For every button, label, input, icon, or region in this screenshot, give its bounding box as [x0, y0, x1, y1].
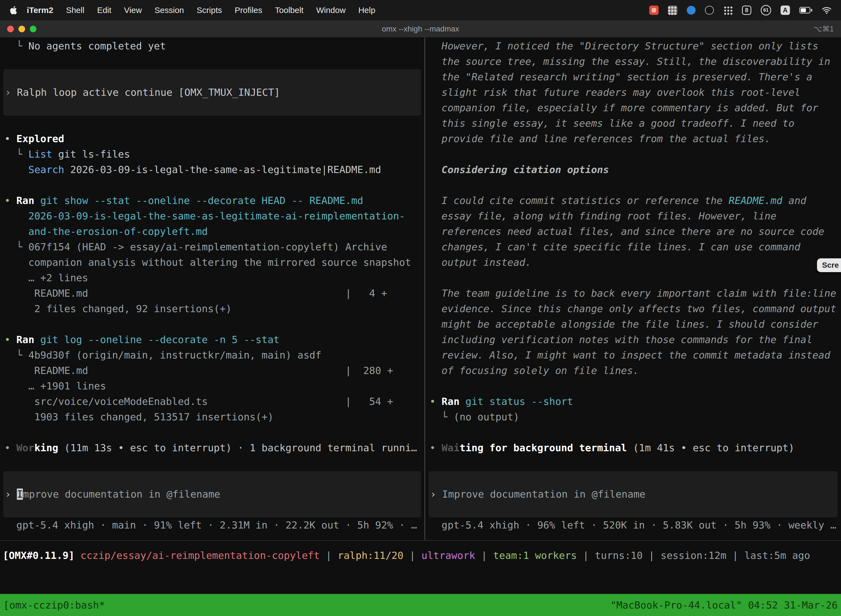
dark-app-icon[interactable] [705, 6, 714, 15]
input-source-icon[interactable]: A [781, 6, 790, 15]
terminal-line: companion file, especially if more comme… [425, 100, 841, 116]
waiting-status: • Waiting for background terminal (1m 41… [425, 440, 841, 456]
prompt-input[interactable]: › Improve documentation in @filename [428, 471, 838, 518]
terminal-line: └ 4b9d30f (origin/main, instructkr/main,… [0, 348, 424, 363]
omx-team: team:1 workers [493, 550, 577, 561]
menu-item-session[interactable]: Session [148, 6, 190, 15]
battery-percent-icon[interactable]: 61 [761, 5, 771, 15]
terminal-line: the "Related research writing" section i… [425, 69, 841, 85]
text-segment: • [429, 396, 441, 407]
minimize-button[interactable] [19, 26, 25, 32]
prompt-input-text: › Improve documentation in @filename [3, 487, 421, 502]
menu-items: iTerm2ShellEditViewSessionScriptsProfile… [21, 6, 382, 15]
password-app-icon[interactable]: 8 [742, 6, 751, 15]
text-segment: king [34, 442, 58, 453]
text-segment: └ [4, 349, 28, 361]
text-segment: Considering citation options [429, 164, 609, 175]
text-segment: essay file, along with finding root file… [429, 210, 777, 221]
text-segment: └ [4, 241, 28, 252]
omx-ralph-counter: ralph:11/20 [338, 550, 403, 561]
text-segment: Ran [16, 195, 34, 206]
session-stats: gpt-5.4 xhigh · main · 91% left · 2.31M … [0, 518, 424, 533]
close-button[interactable] [7, 26, 14, 32]
text-segment: output instead. [429, 257, 531, 268]
text-segment: | [403, 550, 421, 561]
blank-line [425, 147, 841, 162]
terminal-line: └ List git ls-files [0, 147, 424, 162]
text-segment: • [4, 195, 16, 206]
terminal-line: The team guideline is to back every impo… [425, 286, 841, 301]
fullscreen-button[interactable] [30, 26, 37, 32]
text-segment: › [430, 488, 442, 500]
tmux-status-bar: [omx-cczip0:bash* "MacBook-Pro-44.local"… [0, 594, 841, 616]
app-launcher-icon[interactable] [723, 6, 733, 15]
text-segment [34, 195, 40, 206]
window-shortcut-badge: ⌥⌘1 [814, 25, 834, 34]
wifi-icon[interactable] [822, 6, 832, 14]
text-segment: | [577, 550, 595, 561]
text-segment: • [4, 442, 16, 453]
menu-item-edit[interactable]: Edit [91, 6, 118, 15]
terminal-line: However, I noticed the "Directory Struct… [425, 38, 841, 54]
screen-overlay-button[interactable]: Scre [817, 258, 841, 272]
menu-item-toolbelt[interactable]: Toolbelt [269, 6, 310, 15]
text-segment: companion file, especially if more comme… [429, 102, 818, 113]
menu-bar-status-icons: 8 61 A [649, 5, 832, 15]
text-segment: I [17, 488, 23, 500]
window-title-bar[interactable]: omx --xhigh --madmax ⌥⌘1 [0, 21, 841, 38]
battery-nub [811, 9, 812, 12]
text-segment: this single essay, it seems like a good … [429, 117, 794, 129]
prompt-input[interactable]: › Improve documentation in @filename [3, 471, 421, 518]
grid-app-icon[interactable] [668, 6, 677, 15]
text-segment: slight risk that future readers may over… [429, 87, 800, 98]
tmux-host-clock: "MacBook-Pro-44.local" 04:52 31-Mar-26 [610, 600, 838, 611]
blank-line [0, 317, 424, 332]
terminal-line: changes, I can't cite specific file line… [425, 239, 841, 255]
menu-item-window[interactable]: Window [310, 6, 352, 15]
text-segment: companion analysis without altering the … [4, 257, 411, 268]
blank-line [425, 425, 841, 440]
blue-app-icon[interactable] [687, 6, 696, 15]
text-segment: Ran [16, 334, 34, 345]
screen-recording-icon[interactable] [649, 6, 659, 15]
text-segment: and-the-erosion-of-copyleft.md [4, 226, 208, 237]
text-segment: └ [429, 411, 454, 422]
text-segment [4, 164, 28, 175]
blank-line [425, 378, 841, 394]
terminal-line: 1903 files changed, 513517 insertions(+) [0, 409, 424, 425]
menu-item-shell[interactable]: Shell [60, 6, 91, 15]
text-segment: └ [4, 40, 28, 51]
menu-item-iterm2[interactable]: iTerm2 [21, 6, 60, 15]
battery-icon[interactable] [799, 7, 812, 13]
terminal-line: … +1901 lines [0, 378, 424, 394]
terminal-window: └ No agents completed yet› Ralph loop ac… [0, 38, 841, 616]
text-segment: 2026-03-09-is-legal-the-same-as-legitima… [4, 210, 405, 221]
text-segment: I could cite commit statistics or refere… [429, 195, 729, 206]
apple-menu-icon[interactable] [9, 6, 18, 15]
text-segment: git show --stat --oneline --decorate HEA… [40, 195, 363, 206]
terminal-line: … +2 lines [0, 270, 424, 286]
terminal-line: └ 067f154 (HEAD -> essay/ai-reimplementa… [0, 239, 424, 255]
menu-item-scripts[interactable]: Scripts [190, 6, 229, 15]
blank-line [425, 456, 841, 471]
terminal-line: 2026-03-09-is-legal-the-same-as-legitima… [0, 208, 424, 224]
working-status: • Working (11m 13s • esc to interrupt) ·… [0, 440, 424, 456]
terminal-line: 2 files changed, 92 insertions(+) [0, 301, 424, 317]
text-segment: git log --oneline --decorate -n 5 --stat [40, 334, 280, 345]
menu-item-help[interactable]: Help [352, 6, 382, 15]
omx-branch: cczip/essay/ai-reimplementation-copyleft [81, 550, 320, 561]
menu-item-profiles[interactable]: Profiles [228, 6, 268, 15]
omx-session-time: session:12m [661, 550, 726, 561]
text-segment: (1m 41s • esc to interrupt) [627, 442, 794, 453]
text-segment: README.md | 280 + [4, 365, 393, 376]
menu-item-view[interactable]: View [118, 6, 148, 15]
terminal-line: README.md | 280 + [0, 363, 424, 378]
text-segment: › [5, 488, 17, 500]
battery-fill [801, 8, 806, 12]
text-segment: › [5, 87, 17, 98]
text-segment: • [4, 334, 16, 345]
text-segment: including verification notes with those … [429, 334, 812, 345]
menu-bar-menus: iTerm2ShellEditViewSessionScriptsProfile… [9, 6, 382, 15]
text-segment: Improve documentation in @filename [442, 488, 645, 500]
text-segment: README.md [729, 195, 782, 206]
